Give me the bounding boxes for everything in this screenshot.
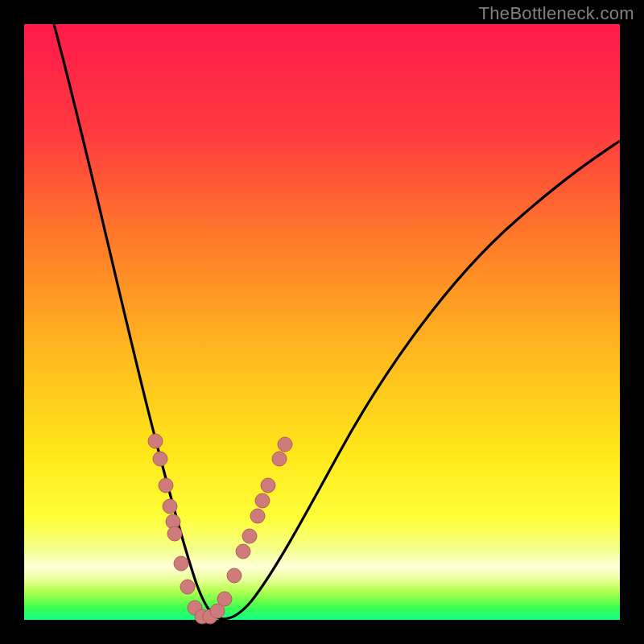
data-point — [148, 434, 163, 448]
data-point — [167, 526, 182, 541]
data-point — [272, 452, 287, 466]
data-point — [236, 544, 250, 559]
data-point — [180, 580, 195, 594]
plot-area — [24, 24, 620, 620]
data-point — [227, 568, 242, 583]
data-point — [217, 592, 232, 606]
chart-frame: TheBottleneck.com — [0, 0, 644, 644]
data-point — [250, 509, 265, 523]
data-point — [163, 499, 177, 514]
data-point — [153, 452, 167, 466]
data-point — [261, 478, 275, 493]
data-point — [242, 529, 257, 543]
data-point — [174, 556, 188, 571]
data-point — [255, 493, 270, 508]
data-point — [159, 478, 173, 493]
watermark-text: TheBottleneck.com — [479, 3, 634, 24]
data-point — [278, 437, 292, 452]
bottleneck-chart — [0, 0, 644, 644]
